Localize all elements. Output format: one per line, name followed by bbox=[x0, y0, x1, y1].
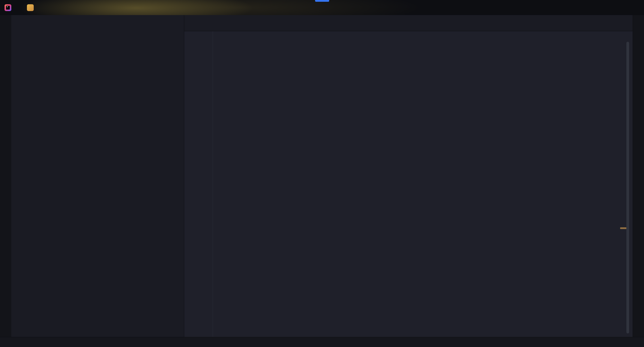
error-stripe-caret-mark[interactable] bbox=[620, 227, 626, 229]
play-icon bbox=[569, 5, 575, 11]
titlebar bbox=[0, 0, 644, 15]
project-badge bbox=[27, 4, 34, 11]
right-tool-strip bbox=[633, 15, 644, 337]
close-button[interactable] bbox=[632, 0, 644, 15]
close-icon bbox=[636, 5, 641, 10]
main-menu-button[interactable] bbox=[15, 3, 23, 12]
run-button[interactable] bbox=[568, 4, 576, 12]
gradle-icon bbox=[550, 5, 555, 10]
debug-button[interactable] bbox=[580, 4, 588, 12]
debug-bug-icon bbox=[581, 5, 587, 11]
minimize-icon bbox=[612, 5, 617, 10]
kebab-menu-icon bbox=[592, 5, 598, 11]
project-panel-header[interactable] bbox=[19, 18, 25, 28]
minimize-button[interactable] bbox=[609, 0, 620, 15]
gutter-separator bbox=[213, 31, 213, 337]
titlebar-right bbox=[550, 0, 644, 15]
chevron-down-icon bbox=[39, 6, 43, 10]
inspections-ok-icon[interactable] bbox=[617, 33, 624, 40]
more-actions-button[interactable] bbox=[591, 4, 599, 12]
left-tool-strip bbox=[0, 15, 12, 337]
chevron-down-icon bbox=[59, 6, 64, 10]
maximize-icon bbox=[624, 5, 629, 10]
titlebar-left bbox=[0, 0, 64, 15]
chevron-down-icon bbox=[21, 21, 25, 25]
project-panel bbox=[11, 15, 184, 337]
editor-tab-bar bbox=[184, 15, 633, 31]
git-branch-icon bbox=[50, 5, 56, 10]
hamburger-icon bbox=[16, 5, 22, 10]
intellij-logo-icon bbox=[5, 4, 11, 11]
editor-scrollbar[interactable] bbox=[626, 42, 629, 333]
status-bar bbox=[0, 337, 644, 347]
branch-widget[interactable] bbox=[50, 5, 64, 10]
window-drag-indicator bbox=[315, 0, 329, 2]
chevron-down-icon bbox=[559, 6, 564, 10]
run-configuration-selector[interactable] bbox=[550, 5, 564, 10]
project-widget[interactable] bbox=[37, 6, 43, 10]
maximize-button[interactable] bbox=[620, 0, 632, 15]
code-editor[interactable] bbox=[184, 31, 633, 337]
